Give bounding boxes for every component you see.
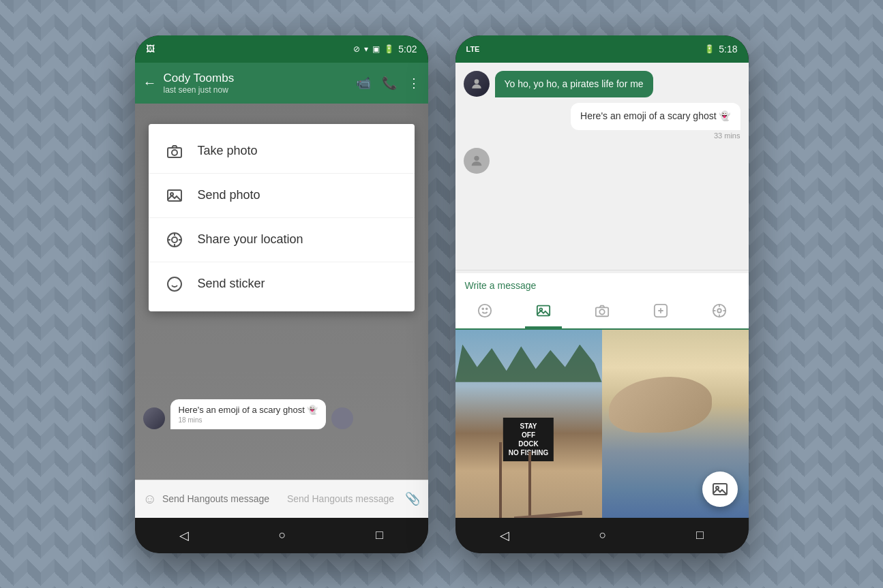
left-phone: 🖼 ⊘ ▾ ▣ 🔋 5:02 ← Cody Toombs last seen j… [135, 35, 428, 553]
sender-avatar-right [464, 71, 490, 97]
next-sender-avatar [464, 148, 490, 174]
svg-point-5 [172, 237, 177, 243]
right-chat-area: Yo ho, yo ho, a pirates life for me Here… [455, 63, 749, 518]
lte-label: LTE [466, 45, 480, 53]
sticker-label: Send sticker [198, 277, 265, 291]
location-label: Share your location [198, 232, 303, 247]
left-messages: Here's an emoji of a scary ghost 👻 18 mi… [135, 394, 428, 439]
back-button[interactable]: ← [143, 75, 157, 91]
sent-message-text: Here's an emoji of a scary ghost 👻 [580, 110, 730, 123]
menu-item-location[interactable]: Share your location [149, 218, 415, 262]
write-area[interactable]: Write a message [455, 273, 749, 295]
menu-item-take-photo[interactable]: Take photo [149, 129, 415, 174]
left-chat-area: Take photo Send photo [135, 104, 428, 480]
send-photo-label: Send photo [198, 188, 260, 202]
popup-menu: Take photo Send photo [149, 124, 415, 311]
take-photo-label: Take photo [198, 144, 258, 158]
next-sender-row [464, 148, 740, 174]
signal-icon: ⊘ [353, 44, 360, 54]
right-back-nav[interactable]: ◁ [500, 528, 509, 543]
contact-status: last seen just now [164, 85, 349, 95]
camera-icon [165, 142, 184, 161]
right-time: 5:18 [719, 44, 737, 55]
left-header: ← Cody Toombs last seen just now 📹 📞 ⋮ [135, 63, 428, 104]
tab-sticker[interactable] [642, 299, 679, 328]
home-nav-button[interactable]: ○ [279, 528, 286, 542]
svg-point-13 [474, 79, 479, 84]
left-status-bar: 🖼 ⊘ ▾ ▣ 🔋 5:02 [135, 35, 428, 63]
video-call-icon[interactable]: 📹 [356, 76, 371, 91]
back-nav-button[interactable]: ◁ [179, 528, 189, 543]
recents-nav-button[interactable]: □ [376, 528, 383, 542]
svg-point-16 [482, 308, 483, 309]
right-phone: LTE 🔋 5:18 [455, 35, 749, 553]
status-left-icon: 🖼 [146, 44, 155, 54]
received-message-text: Yo ho, yo ho, a pirates life for me [505, 78, 644, 91]
right-home-nav[interactable]: ○ [599, 528, 607, 542]
input-placeholder: Send Hangouts message [287, 493, 400, 504]
separator [455, 270, 749, 270]
sticker-icon [165, 275, 184, 294]
attach-icon[interactable]: 📎 [405, 491, 420, 506]
avatar [143, 407, 165, 429]
left-input-bar: ☺ Send Hangouts message 📎 [135, 480, 428, 518]
svg-point-17 [485, 308, 487, 309]
left-nav-bar: ◁ ○ □ [135, 518, 428, 553]
photo-fab-button[interactable] [702, 471, 738, 507]
tab-emoji[interactable] [466, 299, 503, 328]
more-icon[interactable]: ⋮ [408, 76, 420, 91]
svg-point-24 [717, 309, 721, 313]
photo-grid: STAYOFFDOCKNO FISHING [455, 330, 749, 518]
svg-point-21 [599, 309, 604, 314]
contact-name: Cody Toombs [164, 72, 349, 85]
header-icons: 📹 📞 ⋮ [356, 76, 420, 91]
battery-icon: 🔋 [384, 44, 394, 54]
chat-bubble: Here's an emoji of a scary ghost 👻 18 mi… [170, 399, 327, 429]
photo-icon [165, 186, 184, 205]
menu-item-sticker[interactable]: Send sticker [149, 262, 415, 306]
sent-bubble: Here's an emoji of a scary ghost 👻 [571, 103, 740, 130]
svg-point-14 [474, 155, 479, 160]
smiley-icon: ☺ [143, 491, 157, 507]
left-message-input[interactable] [162, 493, 282, 504]
right-recents-nav[interactable]: □ [696, 528, 704, 542]
message-row: Here's an emoji of a scary ghost 👻 18 mi… [143, 399, 420, 429]
received-message-row: Yo ho, yo ho, a pirates life for me [464, 71, 740, 98]
location-icon [165, 230, 184, 249]
menu-item-send-photo[interactable]: Send photo [149, 174, 415, 218]
contact-info: Cody Toombs last seen just now [164, 72, 349, 95]
left-time: 5:02 [398, 44, 417, 55]
call-icon[interactable]: 📞 [382, 76, 397, 91]
svg-point-1 [172, 150, 177, 155]
right-battery-icon: 🔋 [704, 44, 715, 54]
messages-container: Yo ho, yo ho, a pirates life for me Here… [455, 63, 749, 267]
message-timestamp: 33 mins [714, 131, 740, 140]
data-icon: ▣ [372, 44, 380, 54]
sent-message-row: Here's an emoji of a scary ghost 👻 33 mi… [464, 103, 740, 140]
write-placeholder: Write a message [465, 280, 537, 291]
message-text: Here's an emoji of a scary ghost 👻 [179, 405, 318, 415]
sender-avatar [331, 407, 353, 429]
tab-camera[interactable] [584, 299, 620, 328]
tab-row [455, 295, 749, 330]
right-nav-bar: ◁ ○ □ [455, 518, 749, 553]
tab-photo[interactable] [525, 299, 562, 328]
right-status-bar: LTE 🔋 5:18 [455, 35, 749, 63]
received-bubble: Yo ho, yo ho, a pirates life for me [495, 71, 653, 98]
tab-location[interactable] [701, 299, 738, 328]
svg-point-10 [168, 277, 181, 291]
wifi-icon: ▾ [364, 44, 368, 54]
svg-point-15 [478, 304, 490, 316]
message-time: 18 mins [179, 416, 318, 424]
photo-thumb-1[interactable]: STAYOFFDOCKNO FISHING [455, 330, 602, 518]
